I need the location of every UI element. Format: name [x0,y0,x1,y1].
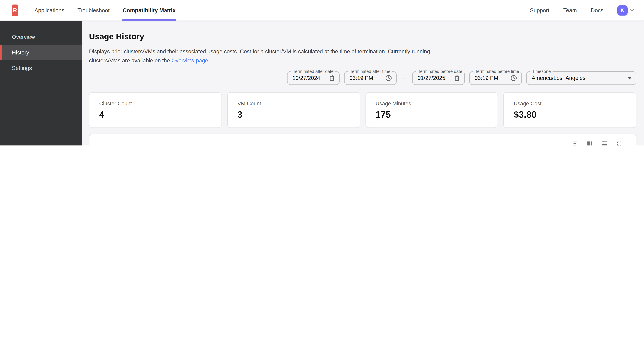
usage-history-table-card: Actions Name↑↓ By↑↓ Cost↑↓ Distribution↑… [89,134,636,145]
columns-icon[interactable] [586,140,593,145]
stat-label: VM Count [238,101,350,107]
calendar-icon[interactable] [328,75,335,81]
fullscreen-icon[interactable] [616,140,623,145]
date-range-separator: — [402,75,408,81]
table-toolbar [90,134,636,145]
terminated-before-date-input[interactable]: Terminated before date 01/27/2025 [412,71,465,85]
nav-link-support[interactable]: Support [530,0,550,21]
field-value: 01/27/2025 [418,75,445,81]
sidebar-item-history[interactable]: History [0,45,82,60]
user-menu[interactable]: K [617,5,635,15]
field-label: Terminated before time [474,69,521,74]
clock-icon[interactable] [510,75,517,82]
description-period: . [208,57,210,63]
description-line2: clusters/VMs are available on the [89,57,172,63]
stat-value: 4 [99,109,212,120]
stat-label: Usage Cost [514,101,626,107]
top-navigation-bar: R Applications Troubleshoot Compatibilit… [0,0,644,21]
field-value: 03:19 PM [475,75,498,81]
terminated-before-time-input[interactable]: Terminated before time 03:19 PM [469,71,522,85]
nav-link-team[interactable]: Team [563,0,577,21]
nav-tab-applications[interactable]: Applications [34,0,64,21]
terminated-after-date-input[interactable]: Terminated after date 10/27/2024 [287,71,340,85]
terminated-after-time-input[interactable]: Terminated after time 03:19 PM [344,71,397,85]
stat-card-vm-count: VM Count 3 [227,92,360,128]
stat-label: Usage Minutes [376,101,488,107]
calendar-icon[interactable] [454,75,460,81]
stat-card-usage-minutes: Usage Minutes 175 [365,92,498,128]
stat-card-cluster-count: Cluster Count 4 [89,92,222,128]
replicated-logo[interactable]: R [12,4,18,16]
stat-value: 175 [376,109,488,120]
stat-cards: Cluster Count 4 VM Count 3 Usage Minutes… [89,92,636,128]
filter-bar: Terminated after date 10/27/2024 Termina… [89,71,636,85]
field-value: America/Los_Angeles [532,75,586,81]
filter-icon[interactable] [571,140,578,145]
chevron-down-icon [629,7,635,13]
page-description: Displays prior clusters/VMs and their as… [89,47,636,65]
stat-value: $3.80 [514,109,626,120]
overview-page-link[interactable]: Overview page [172,57,208,63]
stat-card-usage-cost: Usage Cost $3.80 [503,92,636,128]
nav-tab-troubleshoot[interactable]: Troubleshoot [78,0,110,21]
stat-label: Cluster Count [99,101,212,107]
field-value: 03:19 PM [350,75,373,81]
timezone-select[interactable]: Timezone America/Los_Angeles [526,71,636,85]
clock-icon[interactable] [385,75,392,82]
field-value: 10/27/2024 [292,75,320,81]
density-icon[interactable] [601,140,608,145]
description-line1: Displays prior clusters/VMs and their as… [89,48,430,54]
page-title: Usage History [89,32,636,41]
sidebar-item-settings[interactable]: Settings [0,60,82,76]
field-label: Terminated after time [348,69,392,74]
main-content: Usage History Displays prior clusters/VM… [82,21,644,145]
topbar-right-group: Support Team Docs K [530,0,635,21]
nav-link-docs[interactable]: Docs [591,0,604,21]
stat-value: 3 [238,109,350,120]
nav-tab-compatibility-matrix[interactable]: Compatibility Matrix [123,0,176,21]
field-label: Terminated after date [291,69,335,74]
avatar[interactable]: K [617,5,628,15]
field-label: Terminated before date [416,69,464,74]
sidebar: Overview History Settings [0,21,82,145]
field-label: Timezone [530,69,552,74]
app-window: R Applications Troubleshoot Compatibilit… [0,0,644,145]
caret-down-icon [628,77,632,79]
sidebar-item-overview[interactable]: Overview [0,29,82,44]
